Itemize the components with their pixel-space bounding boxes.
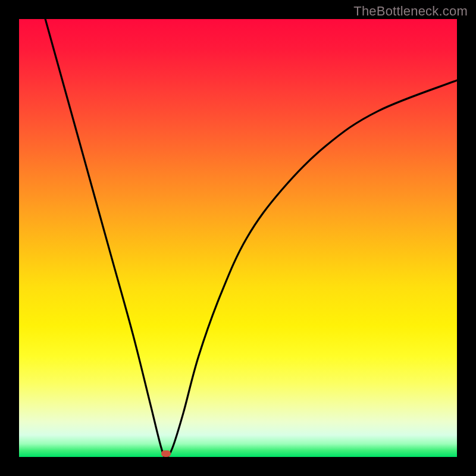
minimum-marker (161, 450, 171, 457)
chart-frame: TheBottleneck.com (0, 0, 476, 476)
bottleneck-curve (45, 19, 457, 457)
chart-plot-area (19, 19, 457, 457)
watermark-text: TheBottleneck.com (353, 4, 468, 19)
chart-curve-svg (19, 19, 457, 457)
